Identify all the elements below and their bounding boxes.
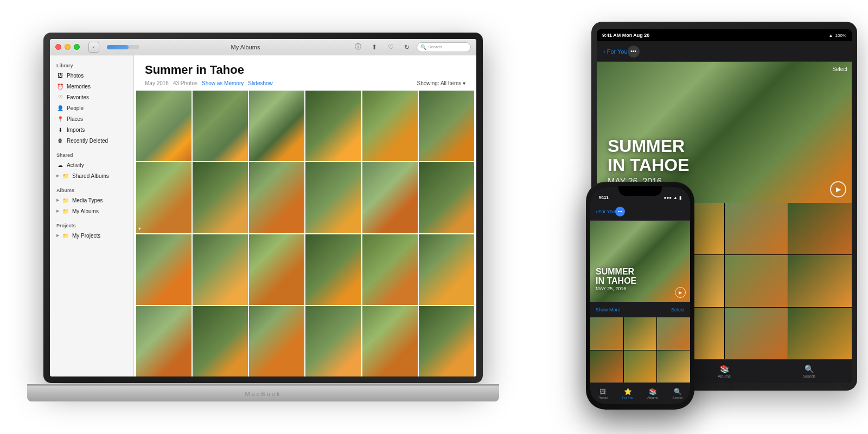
iphone-more-button[interactable]: •••	[615, 207, 625, 216]
close-button[interactable]	[55, 44, 61, 50]
photo-cell[interactable]	[305, 162, 361, 233]
photo-grid: ♥	[134, 91, 476, 376]
photo-cell[interactable]	[362, 91, 418, 161]
photo-cell[interactable]	[136, 306, 192, 376]
sidebar-item-my-albums[interactable]: ▶ 📁 My Albums	[50, 206, 133, 216]
iphone-tab-photos[interactable]: 🖼 Photos	[590, 383, 615, 404]
photo-cell[interactable]	[362, 234, 418, 305]
photo-cell[interactable]	[419, 306, 474, 376]
ipad-select-button[interactable]: Select	[832, 66, 847, 72]
sidebar-item-photos[interactable]: 🖼 Photos	[50, 70, 133, 81]
ipad-photo-cell[interactable]	[725, 308, 788, 359]
search-box[interactable]: 🔍 Search	[417, 42, 471, 52]
ipad-photo-cell[interactable]	[788, 255, 852, 307]
triangle-projects-icon: ▶	[56, 233, 59, 238]
iphone-photo-cell[interactable]	[624, 350, 657, 383]
macbook-screen-inner: ‹ My Albums ⓘ ⬆ ♡ ↻ 🔍 Search	[50, 39, 476, 376]
album-title: Summer in Tahoe	[145, 63, 465, 77]
ipad-photo-cell[interactable]	[788, 203, 852, 254]
sidebar-item-people[interactable]: 👤 People	[50, 103, 133, 113]
iphone-show-more-button[interactable]: Show More	[596, 307, 621, 312]
photo-cell[interactable]: ♥	[136, 162, 192, 233]
sidebar-item-imports[interactable]: ⬇ Imports	[50, 124, 133, 135]
rotate-icon[interactable]: ↻	[400, 42, 413, 53]
iphone-tab-albums[interactable]: 📚 Albums	[640, 383, 665, 404]
ipad-photo-cell[interactable]	[725, 203, 788, 254]
iphone-photo-cell[interactable]	[657, 350, 690, 383]
photo-cell[interactable]	[193, 91, 248, 161]
show-as-memory-link[interactable]: Show as Memory	[202, 80, 244, 86]
iphone-hero-subtitle: MAY 25, 2016	[596, 286, 636, 291]
minimize-button[interactable]	[65, 44, 71, 50]
photo-cell[interactable]	[193, 234, 248, 305]
iphone-back-button[interactable]: ‹ For You	[596, 209, 615, 214]
photo-cell[interactable]	[305, 91, 361, 161]
photo-cell[interactable]	[249, 162, 304, 233]
share-icon[interactable]: ⬆	[368, 42, 381, 53]
photo-cell[interactable]	[136, 91, 192, 161]
triangle-icon: ▶	[56, 174, 59, 178]
iphone-select-button[interactable]: Select	[671, 307, 685, 312]
sidebar-item-my-projects[interactable]: ▶ 📁 My Projects	[50, 230, 133, 241]
sidebar-item-shared-albums[interactable]: ▶ 📁 Shared Albums	[50, 170, 133, 181]
iphone-photo-cell[interactable]	[624, 317, 657, 350]
sidebar-item-media-types[interactable]: ▶ 📁 Media Types	[50, 195, 133, 206]
iphone-body: 9:41 ●●● ▲ ▮ ‹ For You •••	[586, 182, 694, 410]
iphone-tab-search[interactable]: 🔍 Search	[665, 383, 690, 404]
ipad-statusbar: 9:41 AM Mon Aug 20 ▲ 100%	[597, 29, 852, 41]
ipad-navbar: ‹ For You •••	[597, 41, 852, 62]
showing-label[interactable]: Showing: All Items ▾	[417, 80, 465, 86]
ipad-photo-cell[interactable]	[788, 308, 852, 359]
photo-cell[interactable]	[419, 162, 474, 233]
zoom-slider[interactable]	[107, 45, 139, 49]
iphone-photo-cell[interactable]	[590, 350, 623, 383]
sidebar-item-favorites[interactable]: ♡ Favorites	[50, 92, 133, 103]
photo-cell[interactable]	[362, 306, 418, 376]
iphone-tab-search-label: Search	[672, 396, 682, 399]
ipad-photo-cell[interactable]	[725, 255, 788, 307]
photo-cell[interactable]	[249, 91, 304, 161]
photo-cell[interactable]	[419, 91, 474, 161]
people-icon: 👤	[56, 104, 64, 112]
iphone-tab-for-you-label: For You	[622, 396, 634, 399]
heart-icon[interactable]: ♡	[384, 42, 397, 53]
photos-tab-icon: 🖼	[599, 388, 606, 395]
iphone-time: 9:41	[599, 195, 609, 200]
photo-cell[interactable]	[362, 162, 418, 233]
sidebar-item-memories-label: Memories	[67, 84, 91, 90]
ipad-tab-albums[interactable]: 📚 Albums	[682, 360, 767, 383]
ipad-hero-text: SUMMERIN TAHOE MAY 26, 2016	[608, 137, 690, 187]
triangle-media-icon: ▶	[56, 198, 59, 202]
ipad-tab-search[interactable]: 🔍 Search	[767, 360, 852, 383]
iphone-photo-grid	[590, 317, 690, 382]
photos-content: Library 🖼 Photos ⏰ Memories ♡ Favorites	[50, 55, 476, 376]
back-button[interactable]: ‹	[88, 42, 99, 53]
sidebar-item-memories[interactable]: ⏰ Memories	[50, 81, 133, 92]
photo-cell[interactable]	[136, 234, 192, 305]
iphone-back-chevron: ‹	[596, 209, 597, 214]
iphone-wifi-icon: ▲	[673, 195, 678, 200]
sidebar-item-recently-deleted[interactable]: 🗑 Recently Deleted	[50, 135, 133, 146]
photo-cell[interactable]	[193, 162, 248, 233]
photo-cell[interactable]	[249, 306, 304, 376]
iphone-hero: SUMMERIN TAHOE MAY 25, 2016 ▶	[590, 221, 690, 302]
iphone-tab-for-you[interactable]: ⭐ For You	[615, 383, 640, 404]
photo-cell[interactable]	[419, 234, 474, 305]
iphone-play-button[interactable]: ▶	[675, 287, 686, 298]
iphone-signal-icon: ●●●	[664, 195, 672, 200]
photo-cell[interactable]	[193, 306, 248, 376]
ipad-more-button[interactable]: •••	[628, 46, 640, 58]
photo-cell[interactable]	[305, 306, 361, 376]
slideshow-link[interactable]: Slideshow	[248, 80, 273, 86]
photo-cell[interactable]	[249, 234, 304, 305]
sidebar-item-places[interactable]: 📍 Places	[50, 113, 133, 124]
sidebar-item-activity[interactable]: ☁ Activity	[50, 159, 133, 170]
maximize-button[interactable]	[74, 44, 80, 50]
iphone-photo-cell[interactable]	[590, 317, 623, 350]
photos-sidebar: Library 🖼 Photos ⏰ Memories ♡ Favorites	[50, 55, 134, 376]
iphone-photo-cell[interactable]	[657, 317, 690, 350]
ipad-back-button[interactable]: ‹ For You	[603, 48, 628, 55]
info-icon[interactable]: ⓘ	[352, 42, 365, 53]
photo-cell[interactable]	[305, 234, 361, 305]
ipad-play-button[interactable]: ▶	[830, 181, 846, 197]
